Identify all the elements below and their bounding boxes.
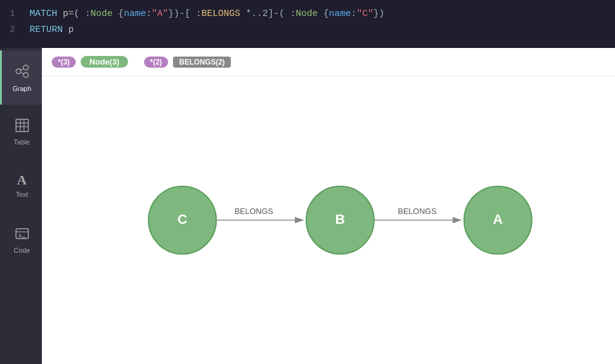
graph-canvas: BELONGS BELONGS C B A — [42, 76, 615, 364]
table-icon — [15, 118, 30, 135]
code-line-2: 2 RETURN p — [10, 22, 605, 38]
sidebar: Graph Table A Text — [0, 48, 42, 364]
edge-label-b-a: BELONGS — [398, 207, 436, 216]
svg-line-3 — [21, 68, 24, 70]
text-icon: A — [17, 173, 27, 187]
sidebar-graph-label: Graph — [12, 85, 31, 92]
legend-row-nodes: *(3) Node(3) — [52, 56, 128, 68]
sidebar-item-table[interactable]: Table — [0, 105, 42, 159]
sidebar-code-label: Code — [14, 247, 30, 254]
node-type-badge[interactable]: Node(3) — [81, 56, 127, 68]
graph-svg: BELONGS BELONGS C B A — [42, 76, 615, 364]
node-count-badge[interactable]: *(3) — [52, 57, 76, 68]
sidebar-table-label: Table — [14, 138, 30, 146]
svg-point-1 — [23, 65, 28, 70]
sidebar-item-text[interactable]: A Text — [0, 159, 42, 213]
sidebar-item-code[interactable]: Code — [0, 213, 42, 267]
code-icon — [15, 226, 30, 243]
result-panel: *(3) Node(3) *(2) BELONGS(2) BELONGS — [42, 48, 615, 364]
node-c-label: C — [177, 212, 187, 227]
code-editor: 1 MATCH p=( :Node {name:"A"})-[ :BELONGS… — [0, 0, 615, 48]
code-line-1: 1 MATCH p=( :Node {name:"A"})-[ :BELONGS… — [10, 6, 605, 22]
sidebar-item-graph[interactable]: Graph — [0, 50, 42, 105]
svg-point-0 — [16, 69, 21, 74]
code-content-1: MATCH p=( :Node {name:"A"})-[ :BELONGS *… — [30, 6, 384, 22]
main-area: Graph Table A Text — [0, 48, 615, 364]
edge-label-c-b: BELONGS — [235, 207, 273, 216]
line-number-2: 2 — [10, 23, 20, 38]
svg-point-2 — [23, 73, 28, 77]
line-number-1: 1 — [10, 7, 20, 22]
svg-line-4 — [21, 73, 24, 74]
svg-rect-5 — [16, 119, 28, 132]
rel-count-badge[interactable]: *(2) — [144, 57, 168, 68]
code-content-2: RETURN p — [30, 22, 74, 38]
sidebar-text-label: Text — [15, 191, 28, 198]
node-a-label: A — [493, 212, 503, 227]
rel-type-badge[interactable]: BELONGS(2) — [173, 57, 231, 68]
node-b-label: B — [336, 212, 345, 227]
legend-bar: *(3) Node(3) *(2) BELONGS(2) — [42, 48, 615, 76]
legend-row-rels: *(2) BELONGS(2) — [144, 57, 231, 68]
graph-icon — [14, 63, 30, 81]
